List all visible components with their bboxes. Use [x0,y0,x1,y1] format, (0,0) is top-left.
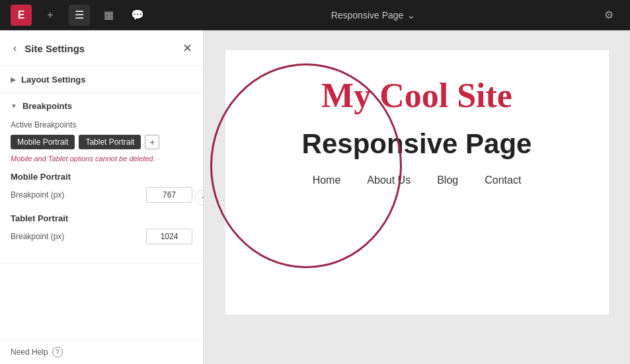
main-layout: ‹ Site Settings ✕ ▶ Layout Settings ▼ Br… [0,30,630,364]
add-breakpoint-button[interactable]: + [145,135,159,149]
need-help-text: Need Help [11,347,48,357]
responsive-page-button[interactable]: Responsive Page ⌄ [331,10,416,20]
sidebar-header-left: ‹ Site Settings [11,40,85,57]
layers-icon[interactable]: ▦ [98,5,119,26]
sidebar-content: ▶ Layout Settings ▼ Breakpoints Active B… [0,67,203,364]
sidebar-footer: Need Help ? [0,340,203,364]
tablet-portrait-title: Tablet Portrait [11,213,192,223]
settings-button[interactable]: ⚙ [598,5,619,26]
nav-item-contact[interactable]: Contact [485,174,521,186]
layout-settings-section[interactable]: ▶ Layout Settings [0,67,203,93]
breakpoints-label: Breakpoints [22,101,72,111]
responsive-page-label: Responsive Page [331,10,404,20]
tablet-breakpoint-label: Breakpoint (px) [11,232,64,241]
tablet-breakpoint-input[interactable] [146,229,192,244]
nav-item-about[interactable]: About Us [367,174,411,186]
tablet-portrait-tag[interactable]: Tablet Portrait [79,135,141,149]
tablet-portrait-group: Tablet Portrait Breakpoint (px) [11,213,192,244]
mobile-portrait-title: Mobile Portrait [11,172,192,182]
sidebar: ‹ Site Settings ✕ ▶ Layout Settings ▼ Br… [0,30,204,364]
chevron-down-icon: ⌄ [407,10,415,20]
canvas: My Cool Site Responsive Page Home About … [204,30,630,364]
topbar-center: Responsive Page ⌄ [331,10,416,20]
active-breakpoints-label: Active Breakpoints [11,120,192,129]
warning-text: Mobile and Tablet options cannot be dele… [11,155,192,163]
mobile-portrait-row: Breakpoint (px) [11,187,192,203]
controls-icon[interactable]: ☰ [69,5,90,26]
tablet-portrait-row: Breakpoint (px) [11,229,192,244]
page-preview: My Cool Site Responsive Page Home About … [225,50,609,314]
mobile-portrait-tag[interactable]: Mobile Portrait [11,135,75,149]
sidebar-title: Site Settings [24,43,85,54]
layout-arrow-icon: ▶ [11,76,16,83]
mobile-breakpoint-label: Breakpoint (px) [11,190,64,200]
help-icon[interactable]: ? [52,347,63,357]
add-element-button[interactable]: + [40,5,61,26]
sidebar-header: ‹ Site Settings ✕ [0,30,203,67]
mobile-breakpoint-input[interactable] [146,187,192,203]
gear-icon: ⚙ [604,9,613,21]
layout-settings-label: Layout Settings [21,75,86,85]
site-title: My Cool Site [321,77,512,114]
topbar: E + ☰ ▦ 💬 Responsive Page ⌄ ⚙ [0,0,630,30]
nav-item-home[interactable]: Home [313,174,341,186]
elementor-logo[interactable]: E [11,5,32,26]
nav-item-blog[interactable]: Blog [437,174,458,186]
breakpoints-arrow-icon: ▼ [11,102,17,110]
comments-icon[interactable]: 💬 [127,5,148,26]
close-button[interactable]: ✕ [182,41,192,55]
layout-settings-header[interactable]: ▶ Layout Settings [11,75,192,85]
nav-menu: Home About Us Blog Contact [313,174,522,186]
mobile-portrait-group: Mobile Portrait Breakpoint (px) [11,172,192,203]
breakpoints-header[interactable]: ▼ Breakpoints [11,101,192,111]
back-button[interactable]: ‹ [11,40,19,57]
topbar-left: E + ☰ ▦ 💬 [11,5,148,26]
page-title: Responsive Page [302,127,532,161]
breakpoints-section: ▼ Breakpoints Active Breakpoints Mobile … [0,93,203,264]
breakpoint-tags: Mobile Portrait Tablet Portrait + [11,135,192,149]
